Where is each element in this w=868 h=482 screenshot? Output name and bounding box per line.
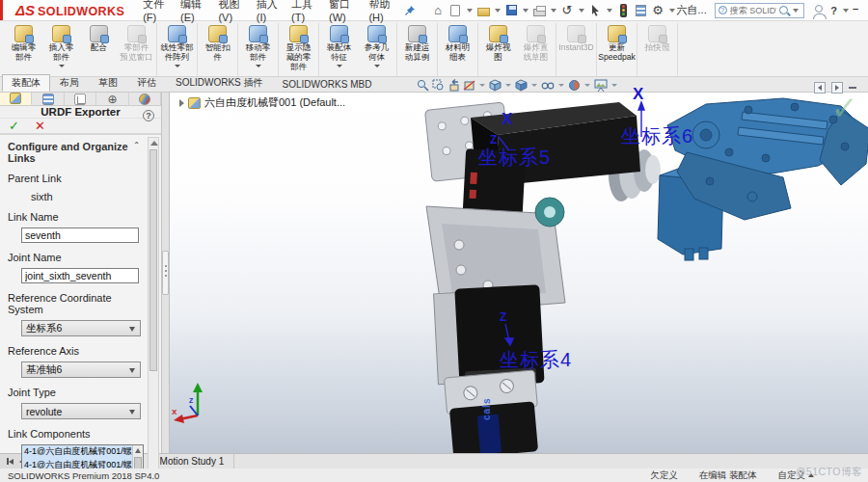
panel-scroll-up-icon[interactable] [150,141,158,146]
display-style-icon[interactable] [515,79,528,92]
ribbon-edit-component[interactable]: 编辑零 部件 [5,23,42,76]
tab-configurationmanager[interactable] [65,93,96,105]
task-list-icon[interactable] [633,2,649,18]
undo-caret-icon[interactable] [579,9,584,13]
panel-help-icon[interactable]: ? [143,110,154,121]
ribbon-assembly-features[interactable]: 装配体 特征 [320,23,358,76]
hide-show-caret-icon[interactable] [558,84,564,87]
minimize-window-button[interactable]: – [851,3,864,18]
previous-view-icon[interactable] [448,79,460,92]
scroll-up-icon[interactable] [135,448,141,453]
reference-axis-select[interactable]: 基准轴6 [21,362,141,378]
menu-help[interactable]: 帮助(H) [362,0,400,25]
ribbon-insert-component[interactable]: 插入零 部件 [42,23,80,76]
save-caret-icon[interactable] [523,9,529,13]
previous-pane-button[interactable] [814,82,826,94]
menu-insert[interactable]: 插入(I) [250,0,285,25]
ribbon-move-component[interactable]: 移动零 部件 [239,23,277,76]
select-pointer-icon[interactable] [587,2,604,18]
tree-expand-icon[interactable] [179,99,184,107]
panel-splitter[interactable] [162,93,170,453]
tab-sketch[interactable]: 草图 [89,74,127,92]
tab-assembly[interactable]: 装配体 [2,74,50,92]
options-caret-icon[interactable] [669,9,675,13]
linear-pattern-caret-icon[interactable] [175,65,180,67]
tab-sw-addins[interactable]: SOLIDWORKS 插件 [166,74,273,92]
assembly-features-caret-icon[interactable] [337,65,342,67]
assembly-tree-label[interactable]: 六自由度机械臂001 (Default... [204,95,345,110]
menu-file[interactable]: 文件(F) [136,0,174,25]
menu-edit[interactable]: 编辑(E) [174,0,211,25]
help-button[interactable]: ? [827,5,841,16]
view-orientation-caret-icon[interactable] [505,84,511,87]
cancel-button[interactable]: ✕ [35,119,45,133]
reference-geometry-caret-icon[interactable] [374,65,380,67]
menu-view[interactable]: 视图(V) [211,0,249,25]
panel-scroll-thumb[interactable] [149,149,157,371]
ribbon-smart-fasteners[interactable]: 智能扣 件 [199,23,236,76]
section-configure-links[interactable]: Configure and Organize Links ⌃ [8,141,142,164]
tab-displaymanager[interactable] [129,93,161,105]
joint-name-input[interactable] [21,268,139,283]
link-name-input[interactable] [21,228,139,243]
ribbon-bill-of-materials[interactable]: 材料明 细表 [439,23,476,76]
view-orientation-icon[interactable] [489,79,502,92]
splitter-handle[interactable] [162,251,169,295]
section-caret-icon[interactable] [479,84,485,87]
edit-appearance-icon[interactable] [568,79,581,92]
search-caret-icon[interactable] [793,9,799,13]
insert-component-caret-icon[interactable] [59,65,65,67]
search-magnifier-icon[interactable] [779,6,788,14]
ribbon-linear-pattern[interactable]: 线性零部 件阵列 [158,23,196,76]
options-gear-icon[interactable]: ⚙ [650,2,666,18]
user-account-icon[interactable] [810,2,827,18]
open-caret-icon[interactable] [495,9,501,13]
ribbon-update-speedpak[interactable]: 更新 Speedpak [598,23,636,76]
print-icon[interactable] [531,2,548,18]
display-style-caret-icon[interactable] [531,84,537,87]
apply-scene-icon[interactable] [594,79,608,92]
tab-dimxpertmanager[interactable]: ⊕ [96,93,128,105]
section-view-icon[interactable] [463,79,475,92]
ok-button[interactable]: ✓ [9,119,19,133]
zoom-fit-icon[interactable] [417,79,429,92]
scene-caret-icon[interactable] [611,84,617,87]
reference-coordinate-select[interactable]: 坐标系6 [21,320,141,336]
flyout-feature-tree[interactable]: 六自由度机械臂001 (Default... [179,95,345,110]
hide-show-items-icon[interactable] [541,79,555,92]
tab-sw-mbd[interactable]: SOLIDWORKS MBD [273,77,382,92]
move-component-caret-icon[interactable] [256,65,261,67]
new-document-icon[interactable] [448,2,464,18]
graphics-viewport[interactable]: 六自由度机械臂001 (Default... 坐标系5 坐标系6 坐标系4 X … [170,93,868,453]
joint-type-select[interactable]: revolute [21,403,141,419]
ribbon-new-motion-study[interactable]: 新建运 动算例 [398,23,436,76]
save-icon[interactable] [503,2,520,18]
minimize-pane-icon[interactable] [849,87,856,89]
tab-evaluate[interactable]: 评估 [127,74,166,92]
undo-icon[interactable]: ↺ [559,2,576,18]
list-item[interactable]: 4-1@六自由度机械臂001/螺 [22,445,132,459]
ribbon-reference-geometry[interactable]: 参考几 何体 [358,23,395,76]
menu-window[interactable]: 窗口(W) [322,0,362,25]
next-pane-button[interactable] [831,82,843,94]
tab-layout[interactable]: 布局 [50,74,89,92]
help-caret-icon[interactable] [843,9,849,13]
ribbon-mate[interactable]: 配合 [80,23,118,76]
open-icon[interactable] [475,2,492,18]
print-caret-icon[interactable] [551,9,556,13]
rebuild-traffic-light-icon[interactable] [615,2,632,18]
home-icon[interactable]: ⌂ [430,2,447,18]
ribbon-show-hidden[interactable]: 显示隐 藏的零 部件 [280,23,317,76]
menu-tools[interactable]: 工具(T) [285,0,322,25]
new-document-caret-icon[interactable] [467,9,473,13]
zoom-area-icon[interactable] [432,79,445,92]
appearance-caret-icon[interactable] [584,84,590,87]
section-collapse-icon[interactable]: ⌃ [133,141,140,164]
panel-scrollbar[interactable] [148,137,159,482]
tab-featuremanager[interactable] [0,93,32,105]
tab-propertymanager[interactable] [32,93,64,105]
search-input[interactable] [730,6,776,15]
ribbon-exploded-view[interactable]: 爆炸视 图 [479,23,517,76]
select-caret-icon[interactable] [607,9,612,13]
pin-menu-icon[interactable] [404,4,416,17]
